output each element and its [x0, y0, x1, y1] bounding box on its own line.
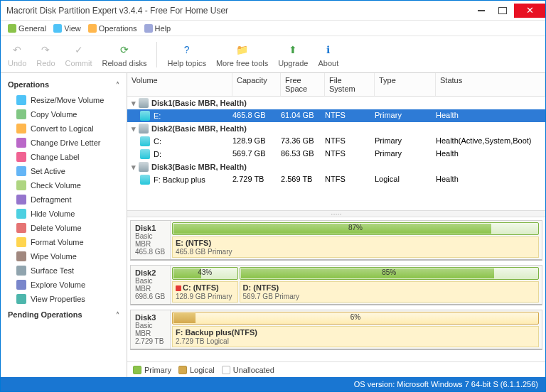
minimize-button[interactable] — [471, 4, 491, 18]
volume-status: Health — [436, 111, 545, 121]
partition-label[interactable]: E: (NTFS)465.8 GB Primary — [172, 236, 539, 258]
partition-bar[interactable]: 6% — [172, 312, 539, 325]
volume-fs: NTFS — [325, 149, 375, 159]
splitter[interactable]: ····· — [127, 210, 545, 217]
sidebar-item[interactable]: Surface Test — [2, 263, 125, 278]
sidebar-operations-header[interactable]: Operations˄ — [2, 76, 125, 93]
unallocated-swatch — [222, 366, 230, 374]
sidebar-item[interactable]: Defragment — [2, 192, 125, 207]
volume-status: Health — [436, 149, 545, 159]
sidebar-item-label: Delete Volume — [31, 224, 82, 232]
collapse-icon: ▾ — [132, 124, 136, 134]
disk-size: 698.6 GB — [135, 293, 166, 300]
sidebar-pending-header[interactable]: Pending Operations˄ — [2, 306, 125, 323]
volume-row[interactable]: E:465.8 GB61.04 GBNTFSPrimaryHealth — [127, 109, 545, 122]
partition-sub: 2.729 TB Logical — [176, 337, 229, 345]
disk-size: 2.729 TB — [135, 337, 166, 345]
partition-title: D: (NTFS) — [243, 283, 535, 292]
col-status[interactable]: Status — [436, 73, 545, 96]
reload-button[interactable]: ⟳Reload disks — [99, 40, 149, 69]
disk-group-row[interactable]: ▾Disk1(Basic MBR, Health) — [127, 97, 545, 109]
sidebar-item[interactable]: Hide Volume — [2, 207, 125, 221]
col-filesystem[interactable]: File System — [325, 73, 375, 96]
col-free[interactable]: Free Space — [281, 73, 325, 96]
undo-button[interactable]: ↶Undo — [5, 40, 29, 69]
menu-view[interactable]: View — [50, 23, 84, 34]
disk-name: Disk3(Basic MBR, Health) — [151, 163, 247, 171]
menu-general[interactable]: General — [5, 23, 49, 34]
chevron-up-icon: ˄ — [116, 81, 119, 89]
sidebar-item[interactable]: Explore Volume — [2, 278, 125, 292]
menu-help[interactable]: Help — [141, 23, 174, 34]
collapse-icon: ▾ — [132, 99, 136, 108]
more-tools-button[interactable]: 📁More free tools — [213, 40, 271, 69]
partition-title: F: Backup plus(NTFS) — [176, 328, 535, 337]
volume-capacity: 2.729 TB — [232, 175, 281, 185]
col-volume[interactable]: Volume — [127, 73, 232, 96]
sidebar-item-label: Surface Test — [31, 266, 74, 275]
volume-list: ▾Disk1(Basic MBR, Health)E:465.8 GB61.04… — [127, 97, 545, 210]
volume-row[interactable]: C:128.9 GB73.36 GBNTFSPrimaryHealth(Acti… — [127, 135, 545, 148]
volume-row[interactable]: F: Backup plus2.729 TB2.569 TBNTFSLogica… — [127, 173, 545, 186]
help-topics-button[interactable]: ?Help topics — [164, 40, 208, 69]
volume-free: 86.53 GB — [281, 149, 325, 159]
sidebar-item[interactable]: Resize/Move Volume — [2, 93, 125, 107]
volume-type: Primary — [375, 149, 436, 159]
menu-operations[interactable]: Operations — [85, 23, 140, 34]
sidebar-item-label: Wipe Volume — [31, 252, 77, 261]
partition-label[interactable]: F: Backup plus(NTFS)2.729 TB Logical — [172, 326, 539, 347]
sidebar: Operations˄ Resize/Move VolumeCopy Volum… — [1, 73, 127, 377]
sidebar-item[interactable]: Set Active — [2, 164, 125, 178]
upgrade-button[interactable]: ⬆Upgrade — [275, 40, 311, 69]
sidebar-item[interactable]: Change Drive Letter — [2, 136, 125, 150]
volume-type: Primary — [375, 111, 436, 121]
os-version: OS version: Microsoft Windows 7 64-bit S… — [354, 380, 538, 388]
volume-name: F: Backup plus — [154, 175, 205, 184]
disk-group-row[interactable]: ▾Disk3(Basic MBR, Health) — [127, 160, 545, 173]
redo-icon: ↷ — [38, 42, 53, 58]
help-icon — [144, 24, 153, 33]
disk-block: Disk1Basic MBR465.8 GB87%E: (NTFS)465.8 … — [130, 220, 542, 261]
sidebar-item-label: Explore Volume — [31, 281, 85, 289]
sidebar-item[interactable]: View Properties — [2, 292, 125, 306]
sidebar-item[interactable]: Convert to Logical — [2, 121, 125, 136]
legend: Primary Logical Unallocated — [127, 361, 545, 377]
volume-row[interactable]: D:569.7 GB86.53 GBNTFSPrimaryHealth — [127, 148, 545, 160]
partition-title: C: (NTFS) — [176, 283, 235, 292]
partition-label[interactable]: C: (NTFS)128.9 GB Primary — [172, 281, 238, 303]
sidebar-item-label: View Properties — [31, 295, 85, 303]
sidebar-item[interactable]: Delete Volume — [2, 221, 125, 235]
maximize-button[interactable] — [493, 4, 513, 18]
titlebar: Macrorit Disk Partition Expert v3.4.4 - … — [1, 1, 545, 21]
commit-button[interactable]: ✓Commit — [63, 40, 95, 69]
disk-scheme: Basic MBR — [135, 232, 166, 248]
volume-icon — [140, 149, 150, 159]
partition-bar[interactable]: 85% — [240, 267, 539, 280]
col-type[interactable]: Type — [375, 73, 436, 96]
reload-icon: ⟳ — [117, 42, 132, 58]
redo-button[interactable]: ↷Redo — [33, 40, 58, 69]
operation-icon — [16, 294, 26, 304]
disk-label: Disk3 — [135, 313, 166, 322]
volume-fs: NTFS — [325, 175, 375, 185]
sidebar-item[interactable]: Check Volume — [2, 178, 125, 192]
operations-icon — [88, 24, 97, 33]
disk-info: Disk2Basic MBR698.6 GB — [131, 266, 171, 304]
sidebar-item[interactable]: Format Volume — [2, 235, 125, 249]
partition-bar[interactable]: 43% — [172, 267, 238, 280]
close-button[interactable]: ✕ — [514, 4, 545, 18]
sidebar-item[interactable]: Wipe Volume — [2, 249, 125, 263]
operation-icon — [16, 138, 26, 148]
operation-icon — [16, 280, 26, 290]
col-capacity[interactable]: Capacity — [232, 73, 281, 96]
sidebar-item[interactable]: Change Label — [2, 150, 125, 164]
disk-group-row[interactable]: ▾Disk2(Basic MBR, Health) — [127, 122, 545, 135]
logical-swatch — [178, 366, 187, 374]
operation-icon — [16, 95, 26, 105]
legend-primary: Primary — [133, 366, 171, 374]
sidebar-item[interactable]: Copy Volume — [2, 107, 125, 121]
partition-label[interactable]: D: (NTFS)569.7 GB Primary — [240, 281, 539, 303]
about-button[interactable]: ℹAbout — [315, 40, 341, 69]
sidebar-item-label: Defragment — [31, 195, 71, 204]
partition-bar[interactable]: 87% — [172, 222, 539, 235]
